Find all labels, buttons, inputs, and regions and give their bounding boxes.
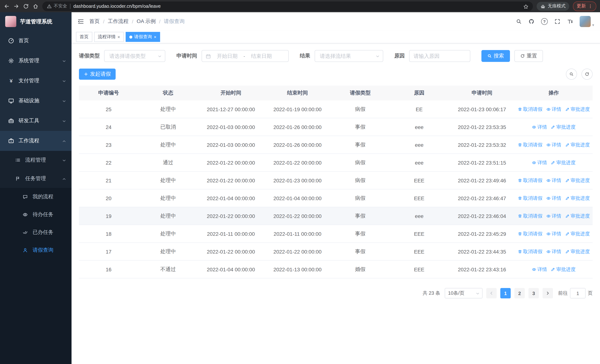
detail-link[interactable]: 详情 [546,177,561,184]
leave-type-select-input[interactable] [109,53,155,59]
search-icon[interactable] [516,19,522,24]
approval-progress-link[interactable]: 审批进度 [551,159,576,166]
create-leave-button[interactable]: 发起请假 [79,69,116,80]
sidebar-item-process-mgmt[interactable]: 流程管理 [0,151,72,169]
sidebar-item-devtools[interactable]: 研发工具 [0,111,72,131]
prev-page-button[interactable] [486,288,497,299]
detail-link[interactable]: 详情 [532,159,547,166]
browser-forward-icon[interactable] [13,3,19,9]
next-page-button[interactable] [543,288,553,299]
close-icon[interactable]: × [117,35,120,39]
page-size-select[interactable]: 10条/页 [445,288,483,299]
sidebar-item-done-tasks[interactable]: 已办任务 [0,224,72,241]
cancel-leave-link[interactable]: 取消请假 [517,141,542,148]
sidebar-item-my-process[interactable]: 我的流程 [0,188,72,206]
page-button-2[interactable]: 2 [514,288,525,299]
reason-input[interactable] [409,50,470,62]
cancel-leave-link[interactable]: 取消请假 [517,213,542,219]
start-date-input[interactable] [213,53,241,59]
detail-link[interactable]: 详情 [546,213,561,219]
browser-reload-icon[interactable] [23,3,29,9]
collapse-sidebar-icon[interactable] [77,18,84,25]
user-menu[interactable]: ▾ [580,16,594,27]
active-tag-dot [129,35,132,38]
address-bar[interactable]: 不安全 dashboard.yudao.iocoder.cn/bpm/oa/le… [42,1,533,11]
table-row: 21 处理中 2022-01-22 00:00:00 2022-01-23 00… [79,172,593,189]
browser-home-icon[interactable] [33,3,38,9]
tag-leave-query[interactable]: 请假查询 × [126,32,160,42]
chevron-down-icon [158,53,162,59]
detail-link[interactable]: 详情 [532,266,547,273]
col-header-apply-no: 申请编号 [79,90,138,96]
sidebar-item-leave-query[interactable]: 请假查询 [0,241,72,259]
edit-icon [565,178,569,183]
approval-progress-link[interactable]: 审批进度 [565,141,590,148]
breadcrumb-item[interactable]: 首页 [89,18,100,25]
page-button-1[interactable]: 1 [500,288,511,299]
end-date-input[interactable] [247,53,276,59]
sidebar-item-task-mgmt[interactable]: 任务管理 [0,169,72,188]
sidebar-item-label: 支付管理 [19,77,39,84]
sidebar-item-system[interactable]: 系统管理 [0,51,72,71]
cell-operations: 取消请假 详情 审批进度 [515,195,593,201]
cancel-leave-link[interactable]: 取消请假 [517,106,542,112]
approval-progress-link[interactable]: 审批进度 [551,266,576,273]
reset-button[interactable]: 重置 [514,50,543,62]
font-size-icon[interactable] [567,19,573,24]
approval-progress-link[interactable]: 审批进度 [551,124,576,130]
date-range-picker[interactable]: - [202,50,289,62]
cancel-leave-link[interactable]: 取消请假 [517,248,542,255]
breadcrumb-item[interactable]: OA 示例 [137,18,156,25]
close-icon[interactable]: × [154,35,156,39]
cancel-leave-link[interactable]: 取消请假 [517,230,542,237]
help-icon[interactable]: ? [541,18,548,25]
approval-progress-link[interactable]: 审批进度 [565,106,590,112]
browser-update-menu[interactable]: 更新 [573,1,596,11]
sidebar-item-infrastructure[interactable]: 基础设施 [0,91,72,111]
app-logo[interactable]: 芋道管理系统 [0,12,72,31]
sidebar-item-todo-tasks[interactable]: 待办任务 [0,206,72,224]
goto-page-input[interactable] [570,288,586,299]
breadcrumb-item[interactable]: 工作流程 [108,18,129,25]
search-button[interactable]: 搜索 [481,50,510,62]
url-text[interactable]: dashboard.yudao.iocoder.cn/bpm/oa/leave [73,3,520,9]
bookmark-star-icon[interactable] [523,3,528,9]
cancel-leave-link[interactable]: 取消请假 [517,195,542,201]
browser-back-icon[interactable] [4,3,10,9]
approval-progress-link[interactable]: 审批进度 [565,230,590,237]
approval-progress-link[interactable]: 审批进度 [565,213,590,219]
github-icon[interactable] [528,19,534,24]
result-select-input[interactable] [319,53,373,59]
cell-apply-time: 2022-01-22 23:45:29 [449,231,515,237]
sidebar-item-label: 请假查询 [33,247,53,253]
approval-progress-link[interactable]: 审批进度 [565,248,590,255]
detail-link[interactable]: 详情 [532,124,547,130]
trash-icon [517,107,522,111]
approval-progress-link[interactable]: 审批进度 [565,195,590,201]
edit-icon [565,142,569,147]
detail-link[interactable]: 详情 [546,230,561,237]
approval-progress-link[interactable]: 审批进度 [565,177,590,184]
sidebar-item-payment[interactable]: ¥ 支付管理 [0,71,72,91]
result-select[interactable] [315,50,383,62]
sidebar-item-workflow[interactable]: 工作流程 [0,131,72,151]
page-size-value: 10条/页 [448,290,464,297]
cell-apply-no: 23 [79,142,138,148]
refresh-table-icon[interactable] [581,69,593,80]
detail-link[interactable]: 详情 [546,141,561,148]
leave-type-select[interactable] [104,50,165,62]
sidebar-item-home[interactable]: 首页 [0,31,72,51]
cell-status: 处理中 [138,141,198,148]
toggle-search-icon[interactable] [566,69,577,80]
tag-process-detail[interactable]: 流程详情 × [94,32,124,42]
security-chip[interactable]: 不安全 [47,3,67,9]
detail-link[interactable]: 详情 [546,248,561,255]
fullscreen-icon[interactable] [554,19,560,24]
cell-operations: 取消请假 详情 审批进度 [515,213,593,219]
cell-apply-time: 2022-01-22 23:44:35 [449,249,515,254]
tag-home[interactable]: 首页 [76,32,92,42]
detail-link[interactable]: 详情 [546,195,561,201]
page-button-3[interactable]: 3 [528,288,539,299]
cancel-leave-link[interactable]: 取消请假 [517,177,542,184]
detail-link[interactable]: 详情 [546,106,561,112]
